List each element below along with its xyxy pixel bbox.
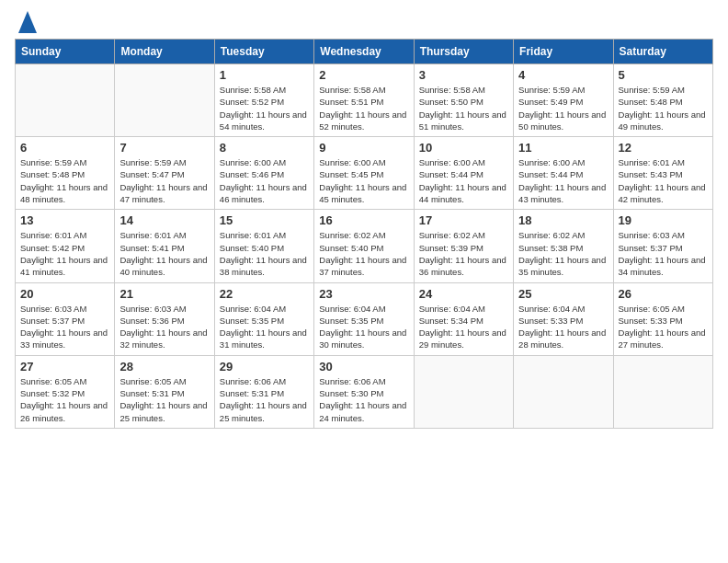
- day-number: 11: [518, 141, 608, 155]
- calendar-cell: 23Sunrise: 6:04 AMSunset: 5:35 PMDayligh…: [314, 282, 414, 355]
- calendar-cell: 2Sunrise: 5:58 AMSunset: 5:51 PMDaylight…: [314, 64, 414, 137]
- calendar-cell: 6Sunrise: 5:59 AMSunset: 5:48 PMDaylight…: [16, 137, 115, 210]
- day-info: Sunrise: 6:03 AMSunset: 5:37 PMDaylight:…: [619, 229, 708, 278]
- header-day-thursday: Thursday: [414, 40, 513, 64]
- day-info: Sunrise: 6:04 AMSunset: 5:34 PMDaylight:…: [419, 303, 508, 351]
- day-info: Sunrise: 6:00 AMSunset: 5:44 PMDaylight:…: [518, 156, 608, 205]
- day-number: 10: [419, 141, 508, 155]
- calendar-cell: 9Sunrise: 6:00 AMSunset: 5:45 PMDaylight…: [314, 137, 414, 210]
- day-info: Sunrise: 6:00 AMSunset: 5:45 PMDaylight:…: [319, 156, 408, 205]
- day-number: 25: [518, 287, 608, 301]
- calendar-cell: 11Sunrise: 6:00 AMSunset: 5:44 PMDayligh…: [514, 137, 613, 210]
- day-number: 18: [518, 213, 608, 227]
- day-number: 21: [119, 287, 209, 301]
- day-info: Sunrise: 5:59 AMSunset: 5:48 PMDaylight:…: [20, 156, 109, 205]
- day-info: Sunrise: 6:03 AMSunset: 5:37 PMDaylight:…: [20, 303, 109, 351]
- calendar-body: 1Sunrise: 5:58 AMSunset: 5:52 PMDaylight…: [16, 64, 713, 429]
- day-info: Sunrise: 6:06 AMSunset: 5:30 PMDaylight:…: [319, 375, 408, 424]
- day-info: Sunrise: 6:02 AMSunset: 5:39 PMDaylight:…: [419, 229, 508, 278]
- calendar-cell: [414, 355, 513, 428]
- page-header: [15, 15, 713, 33]
- calendar-cell: 26Sunrise: 6:05 AMSunset: 5:33 PMDayligh…: [613, 282, 712, 355]
- header-day-sunday: Sunday: [16, 40, 115, 64]
- calendar-cell: 13Sunrise: 6:01 AMSunset: 5:42 PMDayligh…: [16, 210, 115, 282]
- day-info: Sunrise: 6:04 AMSunset: 5:33 PMDaylight:…: [518, 303, 608, 351]
- calendar-cell: [613, 355, 712, 428]
- day-info: Sunrise: 6:05 AMSunset: 5:31 PMDaylight:…: [119, 375, 209, 424]
- day-number: 7: [119, 141, 209, 155]
- day-info: Sunrise: 6:04 AMSunset: 5:35 PMDaylight:…: [220, 303, 309, 351]
- calendar-cell: 14Sunrise: 6:01 AMSunset: 5:41 PMDayligh…: [115, 210, 214, 282]
- calendar-cell: 4Sunrise: 5:59 AMSunset: 5:49 PMDaylight…: [514, 64, 613, 137]
- day-number: 30: [319, 360, 408, 373]
- day-number: 8: [220, 141, 309, 155]
- day-number: 22: [220, 287, 309, 301]
- calendar-cell: 22Sunrise: 6:04 AMSunset: 5:35 PMDayligh…: [214, 282, 313, 355]
- day-number: 9: [319, 141, 408, 155]
- day-number: 27: [20, 360, 109, 373]
- header-day-wednesday: Wednesday: [314, 40, 414, 64]
- calendar-cell: 17Sunrise: 6:02 AMSunset: 5:39 PMDayligh…: [414, 210, 513, 282]
- day-info: Sunrise: 6:01 AMSunset: 5:42 PMDaylight:…: [20, 229, 109, 278]
- day-info: Sunrise: 5:58 AMSunset: 5:50 PMDaylight:…: [419, 84, 508, 132]
- day-number: 14: [119, 213, 209, 227]
- day-info: Sunrise: 6:05 AMSunset: 5:32 PMDaylight:…: [20, 375, 109, 424]
- logo-icon: [18, 11, 37, 33]
- calendar-cell: 27Sunrise: 6:05 AMSunset: 5:32 PMDayligh…: [16, 355, 115, 428]
- day-number: 2: [319, 68, 408, 82]
- week-row-5: 27Sunrise: 6:05 AMSunset: 5:32 PMDayligh…: [16, 355, 713, 428]
- calendar-cell: 24Sunrise: 6:04 AMSunset: 5:34 PMDayligh…: [414, 282, 513, 355]
- day-info: Sunrise: 6:02 AMSunset: 5:40 PMDaylight:…: [319, 229, 408, 278]
- day-info: Sunrise: 6:03 AMSunset: 5:36 PMDaylight:…: [119, 303, 209, 351]
- header-day-saturday: Saturday: [613, 40, 712, 64]
- calendar-cell: 21Sunrise: 6:03 AMSunset: 5:36 PMDayligh…: [115, 282, 214, 355]
- calendar-cell: [16, 64, 115, 137]
- calendar-cell: 10Sunrise: 6:00 AMSunset: 5:44 PMDayligh…: [414, 137, 513, 210]
- day-info: Sunrise: 6:04 AMSunset: 5:35 PMDaylight:…: [319, 303, 408, 351]
- day-number: 29: [220, 360, 309, 373]
- day-number: 5: [619, 68, 708, 82]
- svg-marker-0: [18, 11, 37, 33]
- calendar-cell: 15Sunrise: 6:01 AMSunset: 5:40 PMDayligh…: [214, 210, 313, 282]
- day-info: Sunrise: 6:00 AMSunset: 5:46 PMDaylight:…: [220, 156, 309, 205]
- calendar-cell: 7Sunrise: 5:59 AMSunset: 5:47 PMDaylight…: [115, 137, 214, 210]
- calendar-cell: 30Sunrise: 6:06 AMSunset: 5:30 PMDayligh…: [314, 355, 414, 428]
- day-info: Sunrise: 5:58 AMSunset: 5:51 PMDaylight:…: [319, 84, 408, 132]
- day-number: 15: [220, 213, 309, 227]
- day-number: 19: [619, 213, 708, 227]
- day-info: Sunrise: 6:01 AMSunset: 5:43 PMDaylight:…: [619, 156, 708, 205]
- day-number: 12: [619, 141, 708, 155]
- calendar-cell: 1Sunrise: 5:58 AMSunset: 5:52 PMDaylight…: [214, 64, 313, 137]
- day-number: 3: [419, 68, 508, 82]
- header-day-tuesday: Tuesday: [214, 40, 313, 64]
- week-row-2: 6Sunrise: 5:59 AMSunset: 5:48 PMDaylight…: [16, 137, 713, 210]
- calendar-cell: 3Sunrise: 5:58 AMSunset: 5:50 PMDaylight…: [414, 64, 513, 137]
- day-number: 20: [20, 287, 109, 301]
- day-number: 24: [419, 287, 508, 301]
- calendar-table: SundayMondayTuesdayWednesdayThursdayFrid…: [15, 39, 713, 429]
- day-number: 6: [20, 141, 109, 155]
- calendar-cell: [115, 64, 214, 137]
- calendar-cell: 28Sunrise: 6:05 AMSunset: 5:31 PMDayligh…: [115, 355, 214, 428]
- calendar-cell: 5Sunrise: 5:59 AMSunset: 5:48 PMDaylight…: [613, 64, 712, 137]
- day-info: Sunrise: 6:05 AMSunset: 5:33 PMDaylight:…: [619, 303, 708, 351]
- day-info: Sunrise: 5:58 AMSunset: 5:52 PMDaylight:…: [220, 84, 309, 132]
- week-row-3: 13Sunrise: 6:01 AMSunset: 5:42 PMDayligh…: [16, 210, 713, 282]
- week-row-4: 20Sunrise: 6:03 AMSunset: 5:37 PMDayligh…: [16, 282, 713, 355]
- calendar-cell: 8Sunrise: 6:00 AMSunset: 5:46 PMDaylight…: [214, 137, 313, 210]
- day-info: Sunrise: 6:02 AMSunset: 5:38 PMDaylight:…: [518, 229, 608, 278]
- calendar-cell: 18Sunrise: 6:02 AMSunset: 5:38 PMDayligh…: [514, 210, 613, 282]
- day-number: 4: [518, 68, 608, 82]
- calendar-cell: 12Sunrise: 6:01 AMSunset: 5:43 PMDayligh…: [613, 137, 712, 210]
- day-info: Sunrise: 5:59 AMSunset: 5:48 PMDaylight:…: [619, 84, 708, 132]
- header-day-friday: Friday: [514, 40, 613, 64]
- day-info: Sunrise: 6:06 AMSunset: 5:31 PMDaylight:…: [220, 375, 309, 424]
- day-number: 26: [619, 287, 708, 301]
- calendar-cell: [514, 355, 613, 428]
- day-info: Sunrise: 6:01 AMSunset: 5:40 PMDaylight:…: [220, 229, 309, 278]
- day-info: Sunrise: 5:59 AMSunset: 5:49 PMDaylight:…: [518, 84, 608, 132]
- day-number: 17: [419, 213, 508, 227]
- day-number: 16: [319, 213, 408, 227]
- calendar-cell: 19Sunrise: 6:03 AMSunset: 5:37 PMDayligh…: [613, 210, 712, 282]
- calendar-cell: 25Sunrise: 6:04 AMSunset: 5:33 PMDayligh…: [514, 282, 613, 355]
